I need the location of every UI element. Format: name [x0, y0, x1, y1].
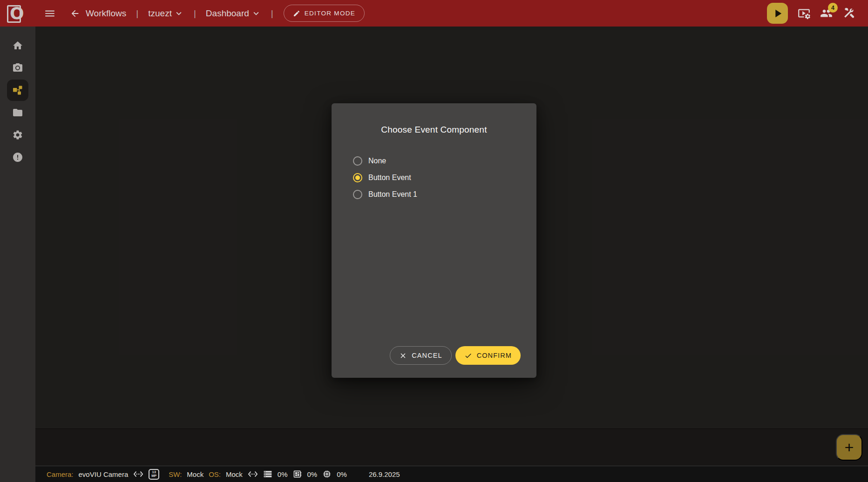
cancel-button[interactable]: CANCEL: [390, 346, 451, 365]
confirm-label: CONFIRM: [477, 352, 512, 359]
top-app-bar: O Workflows | tzuezt | Dashboard | EDITO…: [0, 0, 868, 27]
radio-option-none[interactable]: None: [353, 156, 536, 166]
breadcrumb-separator: |: [133, 8, 141, 19]
radio-label: None: [368, 157, 386, 165]
project-name: tzuezt: [148, 8, 172, 19]
gear-icon: [12, 129, 23, 141]
cpu-icon: [322, 469, 332, 479]
radio-option-button-event[interactable]: Button Event: [353, 173, 536, 182]
os-value: Mock: [226, 470, 243, 478]
dialog-actions: CANCEL CONFIRM: [390, 346, 521, 365]
dialog-title: Choose Event Component: [332, 125, 536, 135]
app-logo: O: [4, 2, 27, 25]
view-dropdown[interactable]: Dashboard: [206, 8, 261, 19]
sidebar-item-workflows[interactable]: [12, 85, 23, 96]
tools-button[interactable]: [842, 7, 855, 20]
radio-label: Button Event 1: [368, 190, 417, 199]
editor-mode-label: EDITOR MODE: [305, 10, 355, 17]
home-icon: [12, 40, 23, 51]
radio-label: Button Event: [368, 174, 411, 182]
editor-mode-button[interactable]: EDITOR MODE: [284, 5, 365, 22]
ethernet-icon: [248, 469, 258, 479]
board-icon: [293, 469, 302, 479]
ethernet-icon: [133, 469, 143, 479]
radio-icon: [353, 156, 362, 166]
play-icon: [771, 7, 784, 20]
status-date: 26.9.2025: [369, 470, 400, 478]
view-name: Dashboard: [206, 8, 249, 19]
sidebar-item-camera[interactable]: [12, 62, 23, 74]
event-component-options: None Button Event Button Event 1: [353, 156, 536, 199]
video-settings-button[interactable]: [798, 7, 810, 20]
left-sidebar: [0, 27, 35, 482]
folder-icon: [12, 107, 23, 118]
chevron-down-icon: [174, 8, 184, 19]
users-count-badge: 4: [828, 3, 838, 13]
board-percent: 0%: [307, 470, 318, 478]
confirm-button[interactable]: CONFIRM: [455, 346, 521, 365]
logo-letter: O: [10, 4, 24, 23]
sidebar-item-alerts[interactable]: [12, 152, 23, 163]
radio-icon: [353, 190, 362, 199]
os-label: OS:: [209, 470, 221, 478]
sw-value: Mock: [187, 470, 203, 478]
workflow-icon: [12, 85, 23, 96]
camera-value: evoVIU Camera: [79, 470, 129, 478]
menu-icon[interactable]: [44, 7, 56, 20]
breadcrumb-separator: |: [191, 8, 199, 19]
status-bar: Camera: evoVIU Camera 13 MP SW: Mock OS:…: [35, 466, 868, 482]
topbar-actions: 4: [767, 3, 855, 24]
ram-icon: [263, 469, 272, 479]
video-settings-icon: [798, 7, 810, 20]
breadcrumb-separator: |: [268, 8, 276, 19]
camera-label: Camera:: [47, 470, 74, 478]
chevron-down-icon: [251, 8, 261, 19]
check-icon: [464, 352, 472, 360]
arrow-back-icon: [70, 8, 80, 19]
sw-label: SW:: [169, 470, 182, 478]
ram-percent: 0%: [278, 470, 288, 478]
run-workflow-button[interactable]: [767, 3, 788, 24]
workflows-back-button[interactable]: Workflows: [70, 8, 126, 19]
radio-icon: [353, 173, 362, 182]
cpu-percent: 0%: [337, 470, 347, 478]
close-icon: [399, 352, 407, 360]
construction-icon: [842, 7, 855, 20]
workflows-label: Workflows: [86, 8, 126, 19]
sidebar-item-settings[interactable]: [12, 129, 23, 141]
choose-event-component-dialog: Choose Event Component None Button Event…: [332, 103, 536, 378]
sidebar-item-folders[interactable]: [12, 107, 23, 118]
edit-pencil-icon: [293, 10, 300, 17]
cancel-label: CANCEL: [412, 352, 442, 359]
camera-icon: [12, 62, 23, 74]
radio-option-button-event-1[interactable]: Button Event 1: [353, 190, 536, 199]
alert-icon: [12, 152, 23, 163]
sidebar-item-home[interactable]: [12, 40, 23, 51]
breadcrumb: Workflows | tzuezt | Dashboard |: [70, 8, 276, 19]
megapixel-badge: 13 MP: [149, 469, 159, 480]
project-dropdown[interactable]: tzuezt: [148, 8, 184, 19]
users-button[interactable]: 4: [820, 7, 833, 20]
